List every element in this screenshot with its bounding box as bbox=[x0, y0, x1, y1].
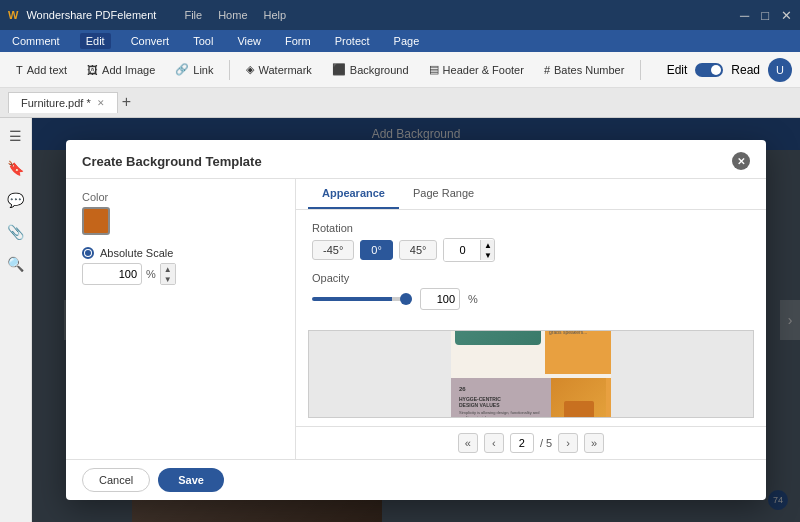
sidebar-icon-bookmark[interactable]: 🔖 bbox=[6, 158, 26, 178]
pagination: « ‹ / 5 › » bbox=[296, 426, 766, 459]
scale-down-button[interactable]: ▼ bbox=[161, 274, 175, 284]
sidebar-icon-attachment[interactable]: 📎 bbox=[6, 222, 26, 242]
page-total: / 5 bbox=[540, 437, 552, 449]
page-last-button[interactable]: » bbox=[584, 433, 604, 453]
color-swatch[interactable] bbox=[82, 207, 110, 235]
bates-number-button[interactable]: # Bates Number bbox=[536, 60, 632, 80]
menu-convert[interactable]: Convert bbox=[127, 33, 174, 49]
menu-view[interactable]: View bbox=[233, 33, 265, 49]
rotation-custom-input-wrap: ▲ ▼ bbox=[443, 238, 495, 262]
menu-home[interactable]: Home bbox=[218, 9, 247, 21]
menu-comment[interactable]: Comment bbox=[8, 33, 64, 49]
window-controls: ─ □ ✕ bbox=[740, 8, 792, 23]
save-button[interactable]: Save bbox=[158, 468, 224, 492]
page-prev-button[interactable]: ‹ bbox=[484, 433, 504, 453]
scale-input-row: % ▲ ▼ bbox=[82, 263, 279, 285]
appearance-panel: Rotation -45° 0° 45° ▲ bbox=[296, 210, 766, 322]
opacity-row: % bbox=[312, 288, 750, 310]
toolbar: T Add text 🖼 Add Image 🔗 Link ◈ Watermar… bbox=[0, 52, 800, 88]
absolute-scale-radio[interactable]: Absolute Scale bbox=[82, 247, 279, 259]
background-icon: ⬛ bbox=[332, 63, 346, 76]
header-footer-label: Header & Footer bbox=[443, 64, 524, 76]
page-next-button[interactable]: › bbox=[558, 433, 578, 453]
design-label: HYGGE-CENTRICDESIGN VALUES bbox=[459, 396, 543, 408]
modal-title: Create Background Template bbox=[82, 154, 262, 169]
link-button[interactable]: 🔗 Link bbox=[167, 59, 221, 80]
modal-close-button[interactable]: ✕ bbox=[732, 152, 750, 170]
menu-tool[interactable]: Tool bbox=[189, 33, 217, 49]
preview-right: 24 OUR HISTORYSINCE 1985 In the heads of… bbox=[545, 330, 611, 374]
tab-close-icon[interactable]: ✕ bbox=[97, 98, 105, 108]
tab-appearance[interactable]: Appearance bbox=[308, 179, 399, 209]
rotation-row: -45° 0° 45° ▲ ▼ bbox=[312, 238, 750, 262]
scale-up-button[interactable]: ▲ bbox=[161, 264, 175, 274]
pdf-tab[interactable]: Furniture.pdf * ✕ bbox=[8, 92, 118, 113]
titlebar: W Wondershare PDFelement File Home Help … bbox=[0, 0, 800, 30]
sidebar-icon-comment[interactable]: 💬 bbox=[6, 190, 26, 210]
modal-overlay: Create Background Template ✕ Color bbox=[32, 118, 800, 522]
rotation-spinner: ▲ ▼ bbox=[480, 240, 494, 260]
color-section: Color bbox=[82, 191, 279, 235]
color-label: Color bbox=[82, 191, 279, 203]
cancel-button[interactable]: Cancel bbox=[82, 468, 150, 492]
header-footer-button[interactable]: ▤ Header & Footer bbox=[421, 59, 532, 80]
content-wrapper: Add Background by their hands. ‹ › 74 Cr… bbox=[32, 118, 800, 522]
opacity-slider[interactable] bbox=[312, 297, 412, 301]
sidebar: ☰ 🔖 💬 📎 🔍 bbox=[0, 118, 32, 522]
edit-read-toggle[interactable] bbox=[695, 63, 723, 77]
preview-left bbox=[451, 330, 545, 374]
opacity-input[interactable] bbox=[420, 288, 460, 310]
create-background-modal: Create Background Template ✕ Color bbox=[66, 140, 766, 500]
maximize-button[interactable]: □ bbox=[761, 8, 769, 23]
divider-2 bbox=[640, 60, 641, 80]
sidebar-icon-search[interactable]: 🔍 bbox=[6, 254, 26, 274]
app-name: Wondershare PDFelement bbox=[26, 9, 156, 21]
rotation-up-button[interactable]: ▲ bbox=[480, 240, 494, 250]
tabbar: Furniture.pdf * ✕ + bbox=[0, 88, 800, 118]
page-first-button[interactable]: « bbox=[458, 433, 478, 453]
close-button[interactable]: ✕ bbox=[781, 8, 792, 23]
menu-protect[interactable]: Protect bbox=[331, 33, 374, 49]
watermark-button[interactable]: ◈ Watermark bbox=[238, 59, 319, 80]
scale-label: Absolute Scale bbox=[100, 247, 173, 259]
user-avatar[interactable]: U bbox=[768, 58, 792, 82]
rotation-neg45-button[interactable]: -45° bbox=[312, 240, 354, 260]
rotation-label: Rotation bbox=[312, 222, 750, 234]
rotation-custom-input[interactable] bbox=[444, 239, 480, 261]
preview-bottom: 26 HYGGE-CENTRICDESIGN VALUES Simplicity… bbox=[451, 378, 611, 418]
add-text-label: Add text bbox=[27, 64, 67, 76]
rotation-down-button[interactable]: ▼ bbox=[480, 250, 494, 260]
minimize-button[interactable]: ─ bbox=[740, 8, 749, 23]
menu-edit[interactable]: Edit bbox=[80, 33, 111, 49]
background-button[interactable]: ⬛ Background bbox=[324, 59, 417, 80]
read-label: Read bbox=[731, 63, 760, 77]
rotation-zero-button[interactable]: 0° bbox=[360, 240, 393, 260]
tab-page-range[interactable]: Page Range bbox=[399, 179, 488, 209]
add-tab-button[interactable]: + bbox=[122, 93, 142, 113]
rotation-pos45-button[interactable]: 45° bbox=[399, 240, 438, 260]
menu-form[interactable]: Form bbox=[281, 33, 315, 49]
menu-page[interactable]: Page bbox=[390, 33, 424, 49]
sidebar-icon-menu[interactable]: ☰ bbox=[6, 126, 26, 146]
header-footer-icon: ▤ bbox=[429, 63, 439, 76]
add-text-button[interactable]: T Add text bbox=[8, 60, 75, 80]
divider-1 bbox=[229, 60, 230, 80]
titlebar-nav: File Home Help bbox=[184, 9, 286, 21]
menu-help[interactable]: Help bbox=[264, 9, 287, 21]
radio-icon bbox=[82, 247, 94, 259]
preview-bottom-right bbox=[551, 378, 611, 418]
scale-section: Absolute Scale % ▲ ▼ bbox=[82, 247, 279, 285]
modal-tabs: Appearance Page Range bbox=[296, 179, 766, 210]
scale-input[interactable] bbox=[82, 263, 142, 285]
app-logo: W bbox=[8, 9, 18, 21]
page-input[interactable] bbox=[510, 433, 534, 453]
add-image-label: Add Image bbox=[102, 64, 155, 76]
menu-file[interactable]: File bbox=[184, 9, 202, 21]
toolbar-right: Edit Read U bbox=[667, 58, 792, 82]
design-num: 26 bbox=[459, 386, 543, 392]
link-label: Link bbox=[193, 64, 213, 76]
mode-toggle[interactable] bbox=[695, 63, 723, 77]
bates-icon: # bbox=[544, 64, 550, 76]
opacity-label: Opacity bbox=[312, 272, 750, 284]
add-image-button[interactable]: 🖼 Add Image bbox=[79, 60, 163, 80]
